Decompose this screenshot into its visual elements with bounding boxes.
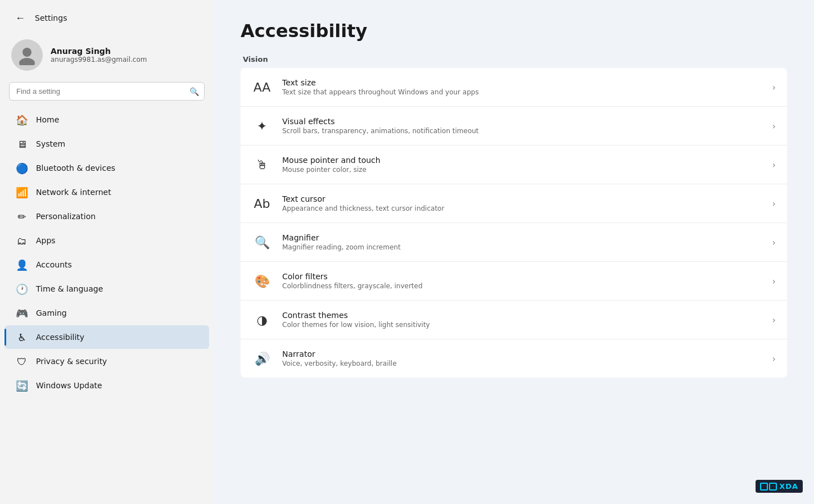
network-icon: 📶 bbox=[16, 186, 28, 198]
sidebar-label-update: Windows Update bbox=[36, 381, 102, 390]
visual-effects-desc: Scroll bars, transparency, animations, n… bbox=[282, 127, 762, 135]
contrast-themes-text: Contrast themes Color themes for low vis… bbox=[282, 311, 762, 329]
sidebar-item-gaming[interactable]: 🎮 Gaming bbox=[4, 301, 209, 325]
sidebar-label-apps: Apps bbox=[36, 236, 56, 245]
settings-list: AA Text size Text size that appears thro… bbox=[241, 68, 787, 378]
visual-effects-icon: ✦ bbox=[252, 116, 272, 136]
mouse-pointer-icon: 🖱 bbox=[252, 155, 272, 175]
visual-effects-text: Visual effects Scroll bars, transparency… bbox=[282, 117, 762, 135]
time-icon: 🕐 bbox=[16, 283, 28, 295]
text-cursor-arrow: › bbox=[772, 198, 776, 209]
text-cursor-desc: Appearance and thickness, text cursor in… bbox=[282, 205, 762, 212]
text-size-title: Text size bbox=[282, 78, 762, 87]
color-filters-icon: 🎨 bbox=[252, 271, 272, 291]
bluetooth-icon: 🔵 bbox=[16, 162, 28, 174]
sidebar-item-apps[interactable]: 🗂 Apps bbox=[4, 229, 209, 252]
back-button[interactable]: ← bbox=[11, 9, 29, 27]
search-input[interactable] bbox=[9, 82, 205, 101]
narrator-arrow: › bbox=[772, 353, 776, 364]
sidebar-item-system[interactable]: 🖥 System bbox=[4, 132, 209, 156]
sidebar-label-accounts: Accounts bbox=[36, 260, 72, 269]
settings-item-text-cursor[interactable]: Ab Text cursor Appearance and thickness,… bbox=[241, 184, 787, 223]
text-cursor-text: Text cursor Appearance and thickness, te… bbox=[282, 194, 762, 212]
text-size-text: Text size Text size that appears through… bbox=[282, 78, 762, 96]
narrator-icon: 🔊 bbox=[252, 348, 272, 369]
app-title: Settings bbox=[35, 13, 67, 22]
contrast-themes-icon: ◑ bbox=[252, 310, 272, 330]
gaming-icon: 🎮 bbox=[16, 307, 28, 319]
sidebar-item-privacy[interactable]: 🛡 Privacy & security bbox=[4, 349, 209, 373]
avatar bbox=[11, 39, 43, 71]
narrator-text: Narrator Voice, verbosity, keyboard, bra… bbox=[282, 349, 762, 367]
color-filters-title: Color filters bbox=[282, 272, 762, 281]
mouse-pointer-arrow: › bbox=[772, 160, 776, 170]
sidebar-label-system: System bbox=[36, 139, 65, 148]
accessibility-icon: ♿ bbox=[16, 331, 28, 343]
settings-item-visual-effects[interactable]: ✦ Visual effects Scroll bars, transparen… bbox=[241, 107, 787, 146]
sidebar-label-gaming: Gaming bbox=[36, 308, 67, 317]
contrast-themes-arrow: › bbox=[772, 315, 776, 325]
sidebar-item-network[interactable]: 📶 Network & internet bbox=[4, 180, 209, 204]
settings-item-narrator[interactable]: 🔊 Narrator Voice, verbosity, keyboard, b… bbox=[241, 339, 787, 378]
color-filters-text: Color filters Colorblindness filters, gr… bbox=[282, 272, 762, 290]
text-cursor-icon: Ab bbox=[252, 193, 272, 214]
xda-logo bbox=[760, 483, 777, 491]
user-section: Anurag Singh anurags9981.as@gmail.com bbox=[0, 34, 214, 80]
vision-section-label: Vision bbox=[241, 55, 787, 63]
main-content: Accessibility Vision AA Text size Text s… bbox=[214, 0, 814, 504]
user-name: Anurag Singh bbox=[51, 47, 147, 56]
sidebar-label-privacy: Privacy & security bbox=[36, 357, 107, 366]
settings-item-magnifier[interactable]: 🔍 Magnifier Magnifier reading, zoom incr… bbox=[241, 223, 787, 262]
svg-point-0 bbox=[22, 48, 31, 57]
visual-effects-title: Visual effects bbox=[282, 117, 762, 126]
text-cursor-title: Text cursor bbox=[282, 194, 762, 203]
visual-effects-arrow: › bbox=[772, 121, 776, 131]
text-size-desc: Text size that appears throughout Window… bbox=[282, 88, 762, 96]
search-box: 🔍 bbox=[9, 82, 205, 101]
sidebar-label-bluetooth: Bluetooth & devices bbox=[36, 164, 115, 172]
sidebar-label-time: Time & language bbox=[36, 284, 103, 293]
sidebar-header: ← Settings bbox=[0, 0, 214, 34]
magnifier-desc: Magnifier reading, zoom increment bbox=[282, 243, 762, 251]
sidebar-item-bluetooth[interactable]: 🔵 Bluetooth & devices bbox=[4, 156, 209, 180]
magnifier-text: Magnifier Magnifier reading, zoom increm… bbox=[282, 233, 762, 251]
color-filters-arrow: › bbox=[772, 276, 776, 287]
personalization-icon: ✏️ bbox=[16, 210, 28, 223]
settings-item-mouse-pointer[interactable]: 🖱 Mouse pointer and touch Mouse pointer … bbox=[241, 146, 787, 184]
sidebar-label-personalization: Personalization bbox=[36, 212, 96, 221]
sidebar-item-time[interactable]: 🕐 Time & language bbox=[4, 277, 209, 301]
text-size-icon: AA bbox=[252, 77, 272, 97]
nav-list: 🏠 Home 🖥 System 🔵 Bluetooth & devices 📶 … bbox=[0, 107, 214, 398]
xda-watermark: XDA bbox=[756, 480, 803, 493]
sidebar-item-home[interactable]: 🏠 Home bbox=[4, 108, 209, 131]
update-icon: 🔄 bbox=[16, 379, 28, 392]
narrator-desc: Voice, verbosity, keyboard, braille bbox=[282, 360, 762, 367]
settings-item-color-filters[interactable]: 🎨 Color filters Colorblindness filters, … bbox=[241, 262, 787, 301]
user-email: anurags9981.as@gmail.com bbox=[51, 56, 147, 63]
color-filters-desc: Colorblindness filters, grayscale, inver… bbox=[282, 282, 762, 290]
contrast-themes-desc: Color themes for low vision, light sensi… bbox=[282, 321, 762, 329]
privacy-icon: 🛡 bbox=[16, 355, 28, 367]
apps-icon: 🗂 bbox=[16, 234, 28, 247]
user-avatar-icon bbox=[17, 45, 37, 65]
sidebar-label-network: Network & internet bbox=[36, 188, 111, 197]
sidebar-label-home: Home bbox=[36, 115, 59, 124]
mouse-pointer-title: Mouse pointer and touch bbox=[282, 156, 762, 165]
contrast-themes-title: Contrast themes bbox=[282, 311, 762, 320]
sidebar: ← Settings Anurag Singh anurags9981.as@g… bbox=[0, 0, 214, 504]
text-size-arrow: › bbox=[772, 82, 776, 93]
svg-point-1 bbox=[19, 58, 35, 65]
settings-item-text-size[interactable]: AA Text size Text size that appears thro… bbox=[241, 68, 787, 107]
sidebar-label-accessibility: Accessibility bbox=[36, 333, 84, 342]
sidebar-item-accounts[interactable]: 👤 Accounts bbox=[4, 253, 209, 276]
sidebar-item-personalization[interactable]: ✏️ Personalization bbox=[4, 205, 209, 228]
mouse-pointer-text: Mouse pointer and touch Mouse pointer co… bbox=[282, 156, 762, 174]
sidebar-item-update[interactable]: 🔄 Windows Update bbox=[4, 374, 209, 397]
sidebar-item-accessibility[interactable]: ♿ Accessibility bbox=[4, 325, 209, 349]
settings-item-contrast-themes[interactable]: ◑ Contrast themes Color themes for low v… bbox=[241, 301, 787, 339]
magnifier-arrow: › bbox=[772, 237, 776, 248]
mouse-pointer-desc: Mouse pointer color, size bbox=[282, 166, 762, 174]
system-icon: 🖥 bbox=[16, 138, 28, 150]
user-info: Anurag Singh anurags9981.as@gmail.com bbox=[51, 47, 147, 63]
home-icon: 🏠 bbox=[16, 113, 28, 126]
